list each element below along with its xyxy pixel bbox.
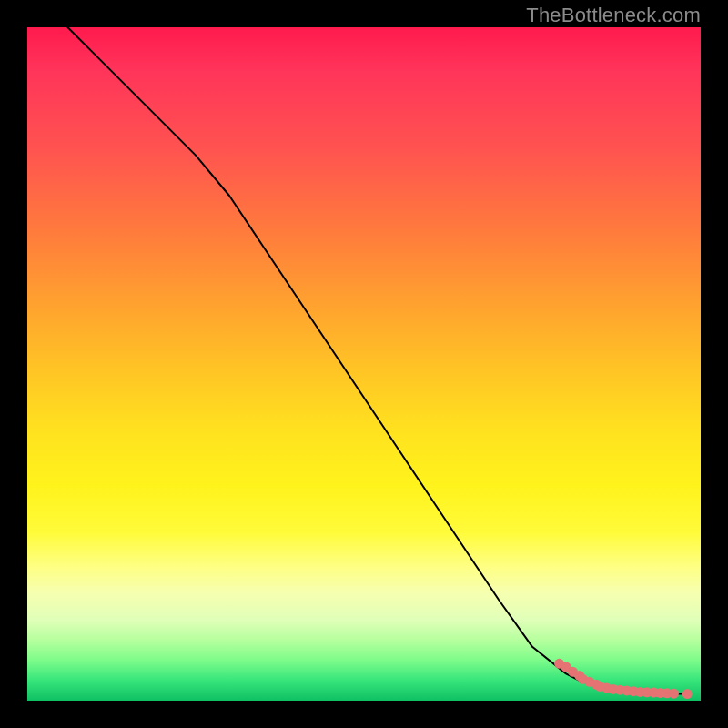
data-point [635,687,645,697]
data-point [655,688,665,698]
data-point [592,680,602,690]
data-point [574,671,584,681]
data-point [584,677,594,687]
data-point [568,667,578,677]
data-point [595,682,605,692]
data-point [602,682,612,693]
chart-stage: TheBottleneck.com [0,0,728,728]
scatter-series [554,659,693,699]
data-point [615,685,625,695]
data-point [662,688,672,698]
data-point [669,689,679,699]
data-point [561,662,571,672]
data-point [622,685,632,695]
data-point [608,684,618,694]
chart-overlay [27,27,701,701]
data-point [682,689,693,699]
data-point [554,659,564,669]
data-point [649,688,659,698]
data-point [642,687,652,697]
data-point [578,674,588,684]
data-point [629,686,639,696]
plot-area [27,27,701,701]
watermark-text: TheBottleneck.com [526,4,701,27]
line-series [67,27,687,694]
